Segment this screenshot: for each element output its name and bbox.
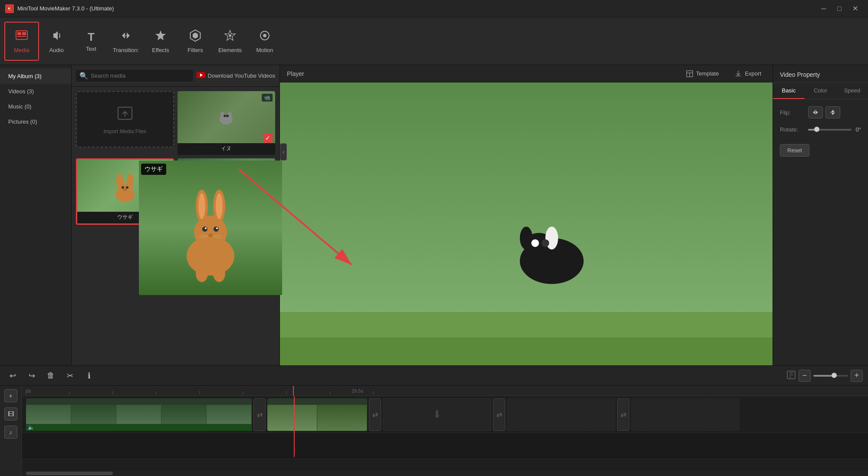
- svg-point-67: [205, 227, 207, 229]
- transition-clip-2[interactable]: ⇄: [369, 398, 381, 431]
- player-header-right: Template Export: [681, 68, 766, 79]
- add-track-button[interactable]: +: [4, 389, 17, 402]
- timeline-ruler: 0s 29.5s: [22, 386, 868, 396]
- sidebar-item-myalbum[interactable]: My Album (3): [0, 69, 71, 84]
- toolbar-media[interactable]: Media: [4, 22, 39, 61]
- toolbar-filters[interactable]: Filters: [178, 22, 213, 61]
- media-tile-inu[interactable]: 📹 ✓ イヌ: [178, 91, 276, 155]
- svg-point-43: [531, 240, 539, 247]
- toolbar-transition[interactable]: Transition:: [108, 22, 143, 61]
- audio-label: Audio: [49, 47, 63, 53]
- clip-dog-frames: [267, 405, 367, 431]
- music-track-icon[interactable]: ♪: [4, 426, 17, 439]
- film-track-icon[interactable]: 🎞: [4, 407, 17, 420]
- search-input[interactable]: [91, 72, 190, 79]
- svg-point-66: [214, 227, 219, 232]
- svg-point-74: [196, 265, 208, 282]
- effects-icon: [154, 29, 167, 45]
- video-icon: 📹: [262, 94, 273, 102]
- svg-rect-3: [17, 32, 21, 35]
- tab-color[interactable]: Color: [805, 83, 836, 99]
- svg-rect-1: [8, 8, 10, 9]
- import-label: Import Media Files: [103, 128, 146, 135]
- app-icon: [5, 4, 14, 13]
- flip-vertical-button[interactable]: [825, 106, 840, 118]
- empty-slot-icon: ⬇: [433, 408, 441, 420]
- zoom-control: − +: [786, 370, 863, 382]
- info-button[interactable]: ℹ: [82, 368, 96, 383]
- scrollbar-thumb[interactable]: [26, 472, 113, 475]
- collapse-panel-button[interactable]: ‹: [280, 143, 287, 161]
- template-label: Template: [696, 70, 719, 77]
- svg-marker-7: [155, 30, 166, 40]
- undo-button[interactable]: ↩: [5, 368, 20, 383]
- zoom-plus-button[interactable]: +: [851, 370, 863, 382]
- playhead-indicator: [293, 386, 294, 396]
- search-field[interactable]: 🔍: [76, 70, 193, 82]
- media-icon: [15, 29, 28, 45]
- template-icon: [686, 70, 694, 78]
- tab-speed[interactable]: Speed: [836, 83, 868, 99]
- maximize-button[interactable]: □: [832, 2, 847, 15]
- svg-marker-9: [193, 33, 198, 39]
- export-button[interactable]: Export: [730, 68, 766, 79]
- sidebar-item-pictures[interactable]: Pictures (0): [0, 114, 71, 129]
- clip-cat[interactable]: 🔈: [26, 398, 252, 431]
- audio-track-strip: 🔈: [26, 424, 252, 431]
- timeline-area: ↩ ↪ 🗑 ✂ ℹ − + + 🎞: [0, 365, 868, 476]
- elements-icon: [224, 29, 237, 45]
- delete-button[interactable]: 🗑: [43, 368, 58, 383]
- zoom-slider[interactable]: [813, 375, 848, 377]
- zoom-minus-button[interactable]: −: [799, 370, 811, 382]
- transition-clip-1[interactable]: ⇄: [253, 398, 266, 431]
- toolbar-audio[interactable]: Audio: [39, 22, 74, 61]
- toolbar-effects[interactable]: Effects: [143, 22, 178, 61]
- cut-button[interactable]: ✂: [62, 368, 77, 383]
- svg-rect-4: [22, 32, 26, 35]
- toolbar-text[interactable]: T Text: [74, 22, 108, 61]
- checked-badge: ✓: [263, 133, 273, 143]
- transition-clip-4[interactable]: ⇄: [617, 398, 629, 431]
- timeline-tracks: 0s 29.5s: [22, 386, 868, 476]
- close-button[interactable]: ✕: [847, 2, 863, 15]
- reset-button[interactable]: Reset: [780, 144, 809, 157]
- svg-point-63: [198, 193, 205, 219]
- timeline-scrollbar[interactable]: [22, 471, 868, 476]
- flip-horizontal-button[interactable]: [808, 106, 823, 118]
- download-youtube-button[interactable]: Download YouTube Videos: [197, 72, 275, 79]
- svg-point-21: [224, 115, 226, 117]
- minimize-button[interactable]: ─: [816, 2, 832, 15]
- rotate-slider[interactable]: [808, 129, 852, 131]
- import-media-tile[interactable]: Import Media Files: [76, 91, 174, 148]
- svg-point-75: [213, 265, 225, 282]
- titlebar: MiniTool MovieMaker 7.3.0 - (Ultimate) ─…: [0, 0, 868, 17]
- audio-wave-icon: 🔈: [28, 424, 34, 430]
- export-label: Export: [745, 70, 761, 77]
- toolbar-elements[interactable]: Elements: [213, 22, 247, 61]
- export-icon: [734, 70, 742, 78]
- clip-dog[interactable]: [267, 398, 367, 431]
- app-title: MiniTool MovieMaker 7.3.0 - (Ultimate): [17, 5, 816, 12]
- transition-icon: [119, 29, 132, 45]
- rotate-row: Rotate: 0°: [780, 126, 861, 133]
- sidebar-item-videos[interactable]: Videos (3): [0, 84, 71, 99]
- property-tabs: Basic Color Speed: [773, 83, 868, 99]
- text-label: Text: [86, 46, 96, 52]
- svg-rect-2: [16, 31, 27, 39]
- redo-button[interactable]: ↪: [24, 368, 39, 383]
- property-panel-title: Video Property: [773, 65, 868, 83]
- toolbar-motion[interactable]: Motion: [247, 22, 282, 61]
- template-button[interactable]: Template: [681, 68, 723, 79]
- rotate-label: Rotate:: [780, 126, 808, 133]
- transition-label: Transition:: [113, 47, 139, 53]
- player-header: Player Template Export: [280, 65, 773, 82]
- transition-clip-3[interactable]: ⇄: [493, 398, 505, 431]
- player-label: Player: [287, 70, 304, 77]
- drag-tooltip-text: ウサギ: [145, 165, 163, 172]
- tab-basic[interactable]: Basic: [773, 83, 805, 99]
- motion-label: Motion: [256, 47, 273, 53]
- sidebar-item-music[interactable]: Music (0): [0, 99, 71, 114]
- filters-icon: [189, 29, 202, 45]
- svg-point-29: [123, 188, 127, 191]
- audio-icon: [50, 29, 63, 45]
